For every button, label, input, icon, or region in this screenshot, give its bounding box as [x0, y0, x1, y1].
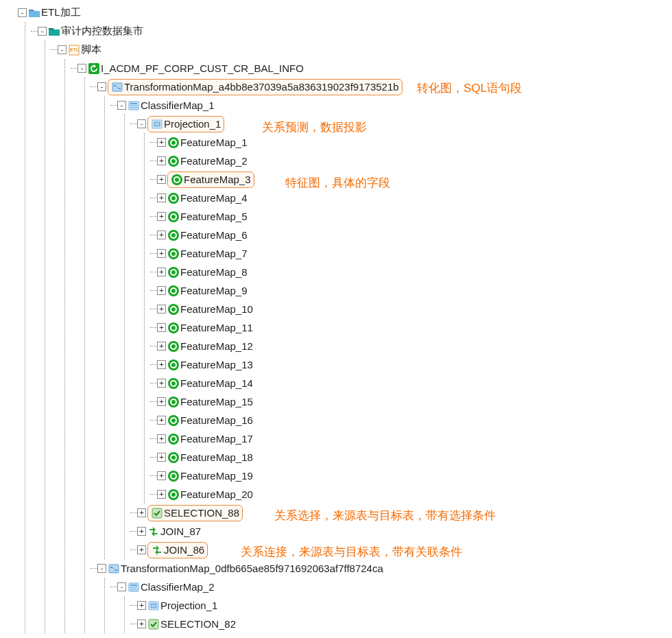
tree-node[interactable]: +FeatureMap_12 [157, 337, 672, 355]
tree-node[interactable]: +FeatureMap_3 [157, 170, 672, 189]
toggle-icon[interactable]: + [157, 286, 166, 295]
toggle-icon[interactable]: - [58, 45, 67, 54]
tree-node[interactable]: +FeatureMap_18 [157, 448, 672, 466]
toggle-icon[interactable]: + [157, 490, 166, 499]
toggle-icon[interactable]: + [157, 434, 166, 443]
feature-green-icon [171, 174, 183, 186]
toggle-icon[interactable]: + [157, 397, 166, 406]
svg-point-56 [171, 400, 176, 404]
tree-node[interactable]: +SELECTION_82 [137, 615, 672, 633]
tree-node[interactable]: +FeatureMap_13 [157, 355, 672, 374]
node-label: FeatureMap_18 [180, 451, 253, 463]
toggle-icon[interactable]: + [157, 379, 166, 388]
toggle-icon[interactable]: - [97, 564, 106, 573]
toggle-icon[interactable]: + [157, 212, 166, 221]
svg-point-44 [171, 326, 176, 330]
tree-node[interactable]: +FeatureMap_15 [157, 392, 672, 411]
tree-node[interactable]: +FeatureMap_14 [157, 374, 672, 392]
tree-node[interactable]: -ETL加工 [18, 3, 672, 22]
svg-point-62 [171, 437, 176, 441]
feature-green-icon [167, 396, 180, 408]
toggle-icon[interactable]: - [77, 64, 86, 73]
svg-point-59 [171, 418, 176, 423]
tree-node[interactable]: -TransformationMap_0dfb665ae85f971692063… [97, 559, 672, 578]
tree-node[interactable]: +FeatureMap_7 [157, 244, 672, 263]
feature-green-icon [167, 451, 180, 464]
svg-rect-74 [110, 567, 112, 568]
toggle-icon[interactable]: + [157, 175, 166, 184]
tree-node[interactable]: -ETL脚本 [58, 40, 672, 59]
toggle-icon[interactable]: + [157, 268, 166, 276]
tree-node[interactable]: -I_ACDM_PF_CORP_CUST_CR_BAL_INFO [77, 59, 672, 78]
svg-rect-8 [130, 105, 137, 106]
tree-node[interactable]: +FeatureMap_5 [157, 207, 672, 226]
svg-rect-11 [154, 122, 160, 126]
toggle-icon[interactable]: + [137, 619, 146, 628]
node-label: 审计内控数据集市 [61, 25, 143, 38]
tree-node[interactable]: +FeatureMap_1 [157, 133, 672, 152]
tree-node[interactable]: -TransformationMap_a4bb8e37039a5a8363190… [97, 78, 672, 96]
tree-node[interactable]: +FeatureMap_6 [157, 226, 672, 244]
tree-node[interactable]: +FeatureMap_17 [157, 429, 672, 448]
toggle-icon[interactable]: + [137, 508, 146, 517]
toggle-icon[interactable]: - [18, 8, 27, 17]
toggle-icon[interactable]: + [157, 156, 166, 165]
node-label: FeatureMap_14 [180, 377, 253, 389]
tree-node[interactable]: +FeatureMap_19 [157, 466, 672, 485]
node-label: FeatureMap_4 [180, 192, 248, 204]
svg-point-68 [171, 474, 176, 478]
projection-blue-icon [147, 600, 160, 612]
toggle-icon[interactable]: + [157, 305, 166, 314]
tree-node[interactable]: +FeatureMap_4 [157, 189, 672, 207]
tree-view[interactable]: -ETL加工-审计内控数据集市-ETL脚本-I_ACDM_PF_CORP_CUS… [0, 0, 672, 633]
svg-rect-78 [130, 587, 137, 588]
toggle-icon[interactable]: + [137, 527, 146, 536]
toggle-icon[interactable]: - [97, 82, 106, 91]
tree-node[interactable]: +Projection_1 [137, 596, 672, 615]
toggle-icon[interactable]: - [117, 582, 126, 591]
tree-node[interactable]: +FeatureMap_2 [157, 152, 672, 170]
tree-node[interactable]: +FeatureMap_16 [157, 411, 672, 429]
toggle-icon[interactable]: - [137, 119, 146, 128]
feature-green-icon [167, 470, 180, 482]
highlighted-node: Projection_1 [147, 116, 224, 132]
toggle-icon[interactable]: + [157, 323, 166, 332]
svg-rect-72 [152, 508, 162, 518]
node-label: FeatureMap_5 [180, 211, 248, 222]
folder-blue-icon [28, 7, 40, 19]
svg-rect-4 [114, 85, 116, 86]
tree-node[interactable]: -ClassifierMap_1 [117, 96, 672, 115]
join-green-icon [151, 544, 163, 556]
toggle-icon[interactable]: + [157, 138, 166, 147]
toggle-icon[interactable]: + [157, 249, 166, 258]
tree-node[interactable]: +JOIN_87 [137, 522, 672, 541]
tree-node[interactable]: -Projection_1 [137, 115, 672, 133]
node-label: FeatureMap_15 [180, 396, 253, 407]
tree-node[interactable]: -ClassifierMap_2 [117, 578, 672, 596]
toggle-icon[interactable]: - [38, 27, 47, 36]
toggle-icon[interactable]: + [157, 416, 166, 425]
svg-point-38 [171, 289, 176, 293]
svg-rect-5 [119, 88, 121, 89]
node-label: FeatureMap_17 [180, 433, 253, 445]
node-label: FeatureMap_12 [180, 340, 253, 352]
tree-node[interactable]: +FeatureMap_8 [157, 263, 672, 281]
toggle-icon[interactable]: + [137, 545, 146, 554]
tree-node[interactable]: +FeatureMap_20 [157, 485, 672, 504]
toggle-icon[interactable]: + [157, 471, 166, 480]
tree-node[interactable]: +FeatureMap_9 [157, 281, 672, 300]
svg-point-14 [171, 141, 176, 145]
tree-node[interactable]: -审计内控数据集市 [38, 22, 672, 40]
tree-node[interactable]: +FeatureMap_11 [157, 318, 672, 337]
toggle-icon[interactable]: + [157, 342, 166, 351]
toggle-icon[interactable]: + [157, 193, 166, 202]
toggle-icon[interactable]: + [157, 360, 166, 369]
tree-node[interactable]: +FeatureMap_10 [157, 300, 672, 318]
toggle-icon[interactable]: + [157, 453, 166, 462]
toggle-icon[interactable]: - [117, 101, 126, 110]
node-label: Projection_1 [164, 118, 221, 130]
toggle-icon[interactable]: + [157, 231, 166, 239]
feature-green-icon [167, 340, 180, 353]
toggle-icon[interactable]: + [137, 601, 146, 610]
feature-green-icon [167, 248, 180, 260]
